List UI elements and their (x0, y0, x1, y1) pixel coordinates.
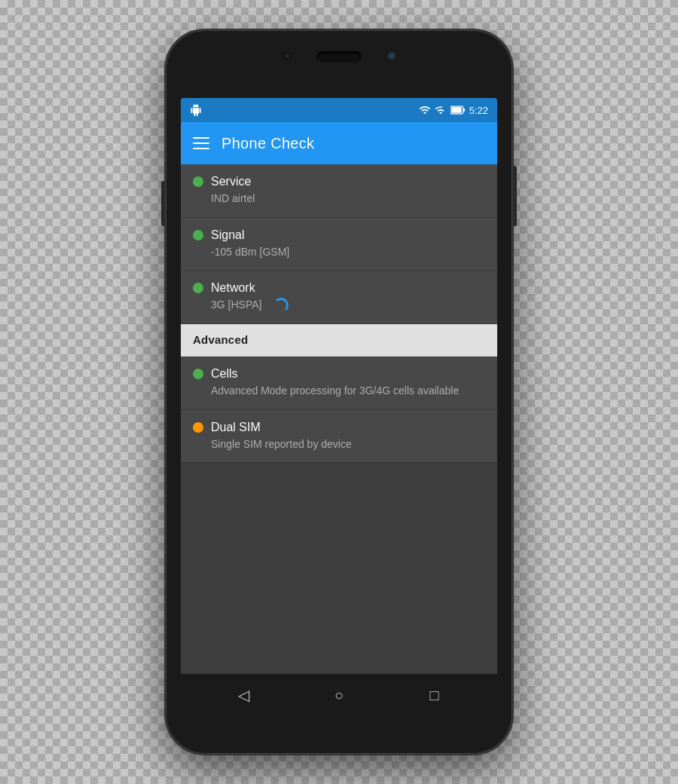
earpiece-speaker (316, 51, 362, 62)
phone-top (166, 30, 512, 98)
section-header-label: Advanced (193, 333, 248, 346)
android-icon (190, 104, 202, 116)
list-item-network-header: Network (193, 281, 485, 295)
hamburger-line-1 (193, 137, 209, 139)
network-status-dot (193, 283, 203, 293)
app-bar: Phone Check (181, 122, 497, 164)
cells-label: Cells (211, 367, 238, 381)
service-label: Service (211, 175, 251, 188)
signal-status-dot (193, 230, 203, 240)
list-item-service-header: Service (193, 175, 485, 188)
dual-sim-label: Dual SIM (211, 421, 261, 434)
content-area: Service IND airtel Signal -105 dBm [GSM]… (181, 164, 497, 674)
signal-value: -105 dBm [GSM] (211, 245, 485, 260)
dual-sim-status-dot (193, 422, 203, 433)
recents-icon: □ (430, 687, 439, 704)
status-time: 5:22 (469, 105, 488, 116)
phone-device: 5:22 Phone Check Service IND airtel (166, 30, 512, 754)
network-label: Network (211, 281, 255, 295)
list-item-dual-sim[interactable]: Dual SIM Single SIM reported by device (181, 410, 497, 464)
list-item-dual-sim-header: Dual SIM (193, 421, 485, 434)
signal-icon (435, 104, 447, 116)
status-bar: 5:22 (181, 98, 497, 122)
svg-rect-2 (451, 107, 461, 113)
cells-value: Advanced Mode processing for 3G/4G cells… (211, 384, 485, 399)
phone-bottom (166, 716, 512, 754)
front-camera-right (388, 52, 396, 60)
hamburger-line-3 (193, 148, 209, 149)
list-item-signal-header: Signal (193, 228, 485, 242)
home-button[interactable]: ○ (321, 677, 357, 713)
recents-button[interactable]: □ (417, 677, 453, 713)
dual-sim-value: Single SIM reported by device (211, 437, 485, 452)
list-item-network[interactable]: Network 3G [HSPA] (181, 271, 497, 324)
battery-icon (450, 105, 466, 115)
back-icon: ◁ (238, 686, 249, 704)
svg-rect-1 (463, 109, 465, 111)
list-item-signal[interactable]: Signal -105 dBm [GSM] (181, 218, 497, 271)
signal-label: Signal (211, 228, 244, 242)
status-bar-left (190, 104, 202, 116)
back-button[interactable]: ◁ (225, 677, 261, 713)
section-header-advanced: Advanced (181, 324, 497, 357)
service-status-dot (193, 176, 203, 187)
front-camera-left (282, 51, 292, 60)
service-value: IND airtel (211, 191, 485, 207)
list-item-service[interactable]: Service IND airtel (181, 164, 497, 218)
navigation-bar: ◁ ○ □ (181, 674, 497, 716)
hamburger-line-2 (193, 142, 209, 144)
status-bar-right: 5:22 (419, 104, 488, 116)
menu-button[interactable] (193, 137, 209, 149)
network-value: 3G [HSPA] (211, 298, 261, 313)
wifi-icon (419, 104, 431, 116)
home-icon: ○ (334, 687, 344, 704)
phone-screen: 5:22 Phone Check Service IND airtel (181, 98, 497, 716)
list-item-cells-header: Cells (193, 367, 485, 381)
loading-spinner (273, 298, 289, 313)
app-title: Phone Check (221, 135, 314, 152)
list-item-cells[interactable]: Cells Advanced Mode processing for 3G/4G… (181, 357, 497, 410)
cells-status-dot (193, 369, 203, 379)
